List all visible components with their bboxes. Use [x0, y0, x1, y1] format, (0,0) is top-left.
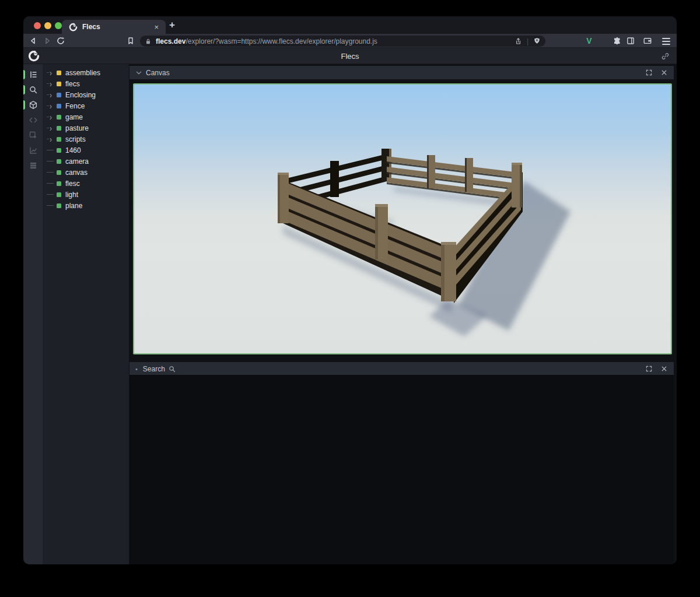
entity-label: 1460	[65, 146, 81, 154]
tree-connector	[47, 150, 57, 150]
tree-connector	[47, 172, 57, 173]
entity-tree: ›assemblies›flecs›Enclosing›Fence›game›p…	[43, 64, 129, 564]
expand-chevron-icon[interactable]: ›	[47, 81, 57, 87]
minimize-window-button[interactable]	[44, 22, 51, 29]
tree-item-Enclosing[interactable]: ›Enclosing	[47, 89, 129, 100]
app-body: ›assemblies›flecs›Enclosing›Fence›game›p…	[23, 64, 677, 564]
expand-chevron-icon[interactable]: ›	[47, 125, 57, 131]
lock-icon	[145, 38, 152, 45]
rail-inspect-button[interactable]	[23, 128, 43, 143]
search-panel-body[interactable]	[130, 375, 674, 564]
inspect-icon	[29, 131, 38, 140]
vue-devtools-icon[interactable]: V	[584, 36, 594, 45]
bookmark-icon[interactable]	[126, 36, 135, 45]
fullscreen-icon[interactable]	[645, 365, 653, 373]
tree-item-light[interactable]: light	[47, 189, 129, 200]
expand-chevron-icon[interactable]: ›	[47, 92, 57, 98]
tree-item-camera[interactable]: camera	[47, 156, 129, 167]
tree-connector	[47, 183, 57, 184]
close-panel-icon[interactable]	[660, 69, 668, 76]
close-panel-icon[interactable]	[660, 365, 668, 373]
entity-label: game	[65, 113, 83, 121]
reload-icon[interactable]	[56, 36, 65, 45]
entity-label: flecs	[65, 80, 80, 88]
entity-label: canvas	[65, 168, 88, 177]
close-window-button[interactable]	[34, 22, 41, 29]
rail-rows-button[interactable]	[23, 158, 43, 173]
rail-cube-button[interactable]	[23, 97, 43, 113]
share-link-icon[interactable]	[661, 52, 670, 61]
expand-chevron-icon[interactable]: ›	[47, 103, 57, 109]
entity-color-square	[57, 104, 61, 108]
main-area: Canvas	[129, 64, 677, 564]
3d-canvas-viewport[interactable]	[133, 83, 672, 354]
entity-label: pasture	[65, 124, 89, 132]
icon-rail	[23, 64, 43, 564]
tree-connector	[47, 161, 57, 161]
chevron-down-icon[interactable]	[135, 69, 142, 76]
entity-color-square	[57, 93, 61, 97]
tree-item-assemblies[interactable]: ›assemblies	[47, 67, 129, 78]
entity-label: camera	[65, 157, 89, 166]
tree-connector	[47, 194, 57, 195]
tab-title: Flecs	[82, 23, 152, 31]
wallet-icon[interactable]	[643, 36, 652, 45]
share-icon[interactable]	[514, 37, 522, 45]
brave-shield-icon[interactable]	[533, 37, 541, 45]
entity-label: Fence	[65, 102, 85, 110]
entity-color-square	[57, 82, 61, 86]
tree-item-game[interactable]: ›game	[47, 111, 129, 122]
tree-item-flecs[interactable]: ›flecs	[47, 78, 129, 89]
tree-item-flesc[interactable]: flesc	[47, 178, 129, 189]
entity-color-square	[57, 170, 61, 175]
rail-search-button[interactable]	[23, 82, 43, 97]
tree-item-plane[interactable]: plane	[47, 200, 129, 211]
panel-bullet-icon: •	[135, 366, 138, 373]
zoom-window-button[interactable]	[55, 22, 62, 29]
active-indicator	[23, 70, 25, 79]
close-tab-icon[interactable]: ×	[152, 22, 161, 32]
tree-icon	[29, 70, 38, 79]
search-panel-header[interactable]: • Search	[130, 362, 674, 375]
browser-tab[interactable]: Flecs ×	[62, 20, 166, 34]
rail-chart-button[interactable]	[23, 143, 43, 158]
app-header: Flecs	[23, 48, 677, 64]
url-path: /explorer/?wasm=https://www.flecs.dev/ex…	[186, 37, 377, 45]
tree-item-canvas[interactable]: canvas	[47, 167, 129, 178]
entity-color-square	[57, 71, 61, 75]
browser-toolbar: flecs.dev/explorer/?wasm=https://www.fle…	[23, 34, 677, 48]
canvas-panel-title: Canvas	[146, 69, 170, 77]
url-domain: flecs.dev	[156, 37, 186, 45]
entity-color-square	[57, 148, 61, 153]
extensions-puzzle-icon[interactable]	[612, 36, 622, 45]
new-tab-button[interactable]: +	[169, 19, 175, 31]
fence-3d-render	[134, 85, 671, 353]
search-panel-title: Search	[143, 365, 165, 373]
tree-item-scripts[interactable]: ›scripts	[47, 134, 129, 145]
entity-label: scripts	[65, 135, 86, 143]
expand-chevron-icon[interactable]: ›	[47, 136, 57, 142]
menu-hamburger-icon[interactable]	[662, 36, 671, 45]
rail-tree-button[interactable]	[23, 67, 43, 82]
url-bar[interactable]: flecs.dev/explorer/?wasm=https://www.fle…	[140, 36, 545, 47]
fullscreen-icon[interactable]	[645, 69, 653, 76]
tree-item-pasture[interactable]: ›pasture	[47, 122, 129, 134]
expand-chevron-icon[interactable]: ›	[47, 70, 57, 76]
sidebar-toggle-icon[interactable]	[626, 36, 635, 45]
flecs-favicon	[69, 23, 78, 31]
divider: |	[527, 37, 528, 45]
tree-item-1460[interactable]: 1460	[47, 145, 129, 156]
tree-connector	[47, 205, 57, 206]
tree-item-Fence[interactable]: ›Fence	[47, 100, 129, 111]
entity-color-square	[57, 181, 61, 186]
rows-icon	[29, 161, 38, 170]
entity-color-square	[57, 192, 61, 197]
back-icon[interactable]	[29, 36, 38, 45]
canvas-panel-header[interactable]: Canvas	[130, 66, 674, 79]
forward-icon[interactable]	[43, 36, 52, 45]
entity-label: flesc	[65, 180, 80, 188]
adblock-extension-icon[interactable]	[598, 36, 608, 45]
entity-color-square	[57, 115, 61, 120]
rail-code-button[interactable]	[23, 113, 43, 128]
expand-chevron-icon[interactable]: ›	[47, 114, 57, 120]
